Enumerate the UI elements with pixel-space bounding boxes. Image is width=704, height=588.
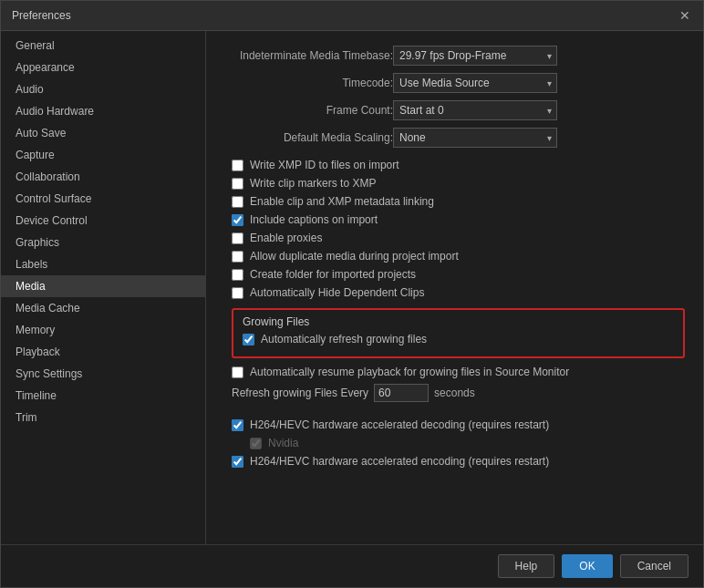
checkbox-row-clip-markers: Write clip markers to XMP (232, 177, 685, 190)
frame-count-dropdown-wrapper: Start at 0 (393, 100, 557, 120)
hw-decode-checkbox[interactable] (232, 419, 243, 431)
sidebar-item-timeline[interactable]: Timeline (1, 385, 205, 407)
growing-files-group: Growing Files Automatically refresh grow… (232, 308, 685, 358)
create-folder-checkbox[interactable] (232, 269, 243, 281)
main-panel: Indeterminate Media Timebase: 29.97 fps … (206, 31, 703, 544)
timebase-dropdown[interactable]: 29.97 fps Drop-Frame (393, 46, 557, 66)
cancel-button[interactable]: Cancel (620, 554, 688, 578)
checkbox-row-proxies: Enable proxies (232, 232, 685, 244)
clip-markers-checkbox[interactable] (232, 178, 243, 190)
growing-files-title: Growing Files (243, 315, 674, 328)
nvidia-row: Nvidia (250, 437, 685, 449)
checkbox-row-xmp-linking: Enable clip and XMP metadata linking (232, 195, 685, 208)
sidebar-item-appearance[interactable]: Appearance (1, 57, 205, 78)
nvidia-label: Nvidia (268, 437, 298, 449)
duplicate-media-label: Allow duplicate media during project imp… (250, 250, 459, 263)
nvidia-checkbox (250, 438, 262, 449)
sidebar-item-audio[interactable]: Audio (1, 78, 205, 100)
hw-encode-checkbox[interactable] (232, 456, 243, 468)
sidebar-item-device-control[interactable]: Device Control (1, 210, 205, 232)
sidebar-item-graphics[interactable]: Graphics (1, 232, 205, 253)
frame-count-dropdown[interactable]: Start at 0 (393, 100, 557, 120)
hide-clips-checkbox[interactable] (232, 287, 243, 299)
sidebar-item-collaboration[interactable]: Collaboration (1, 166, 205, 188)
timebase-row: Indeterminate Media Timebase: 29.97 fps … (224, 46, 685, 66)
auto-resume-row: Automatically resume playback for growin… (232, 366, 685, 378)
content-area: General Appearance Audio Audio Hardware … (1, 31, 703, 544)
timecode-dropdown-wrapper: Use Media Source (393, 73, 557, 93)
duplicate-media-checkbox[interactable] (232, 251, 243, 263)
sidebar-item-playback[interactable]: Playback (1, 341, 205, 363)
timebase-label: Indeterminate Media Timebase: (224, 49, 393, 62)
auto-refresh-row: Automatically refresh growing files (243, 333, 674, 346)
auto-resume-label: Automatically resume playback for growin… (250, 366, 569, 378)
hide-clips-label: Automatically Hide Dependent Clips (250, 286, 424, 299)
sidebar-item-memory[interactable]: Memory (1, 319, 205, 341)
help-button[interactable]: Help (498, 554, 555, 578)
sidebar-item-media[interactable]: Media (1, 275, 205, 297)
timecode-dropdown[interactable]: Use Media Source (393, 73, 557, 93)
captions-label: Include captions on import (250, 213, 378, 226)
hw-decode-row: H264/HEVC hardware accelerated decoding … (232, 418, 685, 431)
sidebar-item-general[interactable]: General (1, 35, 205, 57)
xmp-linking-checkbox[interactable] (232, 196, 243, 208)
auto-resume-checkbox[interactable] (232, 366, 243, 378)
checkbox-row-create-folder: Create folder for imported projects (232, 268, 685, 281)
proxies-label: Enable proxies (250, 232, 322, 244)
preferences-dialog: Preferences ✕ General Appearance Audio A… (0, 0, 704, 588)
auto-refresh-label: Automatically refresh growing files (261, 333, 427, 346)
sidebar-item-capture[interactable]: Capture (1, 144, 205, 166)
auto-refresh-checkbox[interactable] (243, 334, 254, 346)
frame-count-row: Frame Count: Start at 0 (224, 100, 685, 120)
close-button[interactable]: ✕ (678, 8, 692, 23)
captions-checkbox[interactable] (232, 214, 243, 226)
sidebar: General Appearance Audio Audio Hardware … (1, 31, 206, 544)
refresh-interval-input[interactable] (374, 384, 429, 402)
scaling-row: Default Media Scaling: None (224, 128, 685, 148)
refresh-every-label: Refresh growing Files Every (232, 387, 368, 399)
sidebar-item-auto-save[interactable]: Auto Save (1, 122, 205, 144)
scaling-dropdown-wrapper: None (393, 128, 557, 148)
checkbox-row-captions: Include captions on import (232, 213, 685, 226)
sidebar-item-labels[interactable]: Labels (1, 253, 205, 275)
xmp-id-checkbox[interactable] (232, 160, 243, 171)
sidebar-item-sync-settings[interactable]: Sync Settings (1, 363, 205, 385)
hw-encode-label: H264/HEVC hardware accelerated encoding … (250, 455, 549, 468)
create-folder-label: Create folder for imported projects (250, 268, 416, 281)
titlebar: Preferences ✕ (1, 1, 703, 31)
refresh-every-row: Refresh growing Files Every seconds (232, 384, 685, 402)
sidebar-item-trim[interactable]: Trim (1, 407, 205, 428)
scaling-dropdown[interactable]: None (393, 128, 557, 148)
refresh-unit-label: seconds (434, 387, 475, 399)
sidebar-item-control-surface[interactable]: Control Surface (1, 188, 205, 210)
timebase-dropdown-wrapper: 29.97 fps Drop-Frame (393, 46, 557, 66)
sidebar-item-audio-hardware[interactable]: Audio Hardware (1, 100, 205, 122)
clip-markers-label: Write clip markers to XMP (250, 177, 376, 190)
footer: Help OK Cancel (1, 544, 703, 587)
proxies-checkbox[interactable] (232, 232, 243, 244)
sidebar-item-media-cache[interactable]: Media Cache (1, 297, 205, 319)
hw-decode-label: H264/HEVC hardware accelerated decoding … (250, 418, 549, 431)
xmp-id-label: Write XMP ID to files on import (250, 159, 399, 171)
checkbox-row-duplicate-media: Allow duplicate media during project imp… (232, 250, 685, 263)
frame-count-label: Frame Count: (224, 104, 393, 117)
xmp-linking-label: Enable clip and XMP metadata linking (250, 195, 434, 208)
checkbox-row-hide-clips: Automatically Hide Dependent Clips (232, 286, 685, 299)
timecode-row: Timecode: Use Media Source (224, 73, 685, 93)
dialog-title: Preferences (12, 9, 71, 22)
timecode-label: Timecode: (224, 77, 393, 89)
ok-button[interactable]: OK (562, 554, 612, 578)
checkbox-row-xmp-id: Write XMP ID to files on import (232, 159, 685, 171)
hw-encode-row: H264/HEVC hardware accelerated encoding … (232, 455, 685, 468)
scaling-label: Default Media Scaling: (224, 131, 393, 144)
